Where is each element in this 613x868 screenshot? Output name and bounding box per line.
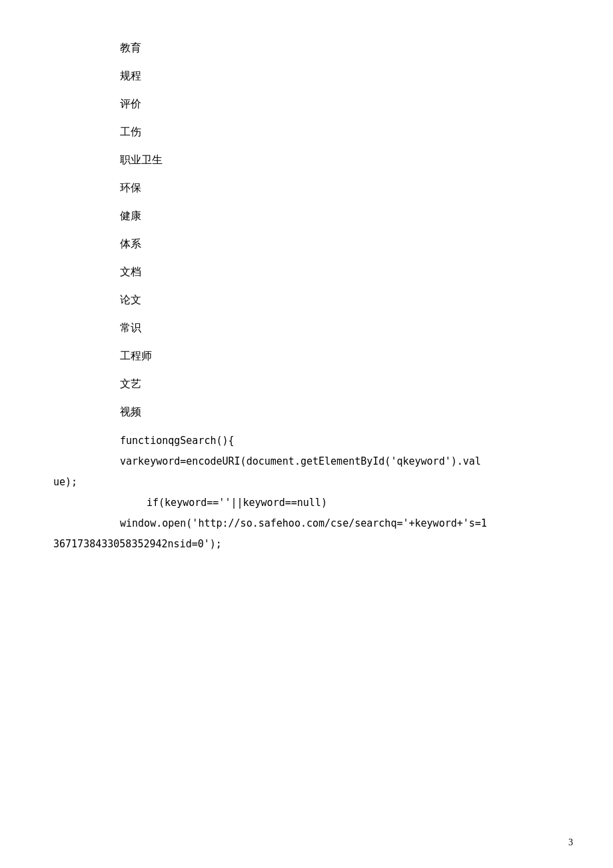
list-item: 评价 — [120, 96, 573, 112]
list-item: 体系 — [120, 236, 573, 252]
list-item: 工伤 — [120, 124, 573, 140]
list-item: 文档 — [120, 264, 573, 280]
list-item: 论文 — [120, 292, 573, 308]
code-line-4-cont: 367173843305835294​2nsid=0'); — [53, 535, 573, 553]
list-item: 视频 — [120, 404, 573, 420]
list-item: 常识 — [120, 320, 573, 336]
content-area: 教育 规程 评价 工伤 职业卫生 环保 健康 体系 文档 论文 常识 工程师 文… — [120, 40, 573, 553]
list-item: 健康 — [120, 208, 573, 224]
code-line-1: functionqgSearch(){ — [120, 432, 573, 450]
list-item: 文艺 — [120, 376, 573, 392]
list-item: 职业卫生 — [120, 152, 573, 168]
code-block: functionqgSearch(){ varkeyword=encodeURI… — [120, 432, 573, 553]
page-number: 3 — [568, 837, 573, 848]
list-item: 规程 — [120, 68, 573, 84]
code-line-3: if(keyword==''||keyword==null) — [147, 494, 573, 512]
code-line-4: window.open('http://so.safehoo.com/cse/s… — [120, 515, 573, 533]
list-item: 工程师 — [120, 348, 573, 364]
list-item: 教育 — [120, 40, 573, 56]
list-item: 环保 — [120, 180, 573, 196]
code-line-2: varkeyword=encodeURI(document.getElement… — [120, 453, 573, 471]
page-container: 教育 规程 评价 工伤 职业卫生 环保 健康 体系 文档 论文 常识 工程师 文… — [0, 0, 613, 868]
code-line-2-cont: ue); — [53, 473, 573, 491]
